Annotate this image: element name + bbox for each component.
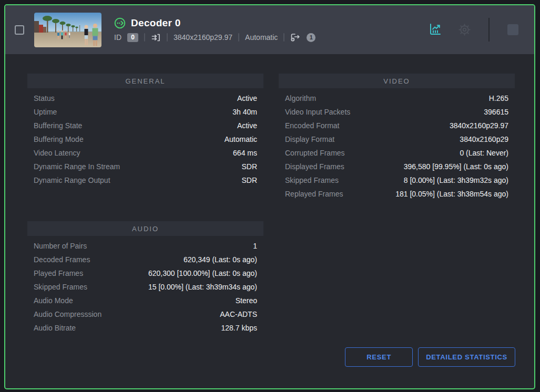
stat-row: Dynamic Range Output SDR xyxy=(27,173,263,187)
stat-row: Skipped Frames 15 [0.00%] (Last: 3h39m34… xyxy=(27,280,263,294)
video-rows: Algorithm H.265 Video Input Packets 3966… xyxy=(279,88,515,201)
stat-value: 128.7 kbps xyxy=(221,324,258,332)
meta-divider xyxy=(238,33,239,42)
stat-label: Display Format xyxy=(285,135,334,143)
general-panel-title: GENERAL xyxy=(27,74,263,88)
stat-label: Algorithm xyxy=(285,94,316,102)
stat-value: 0 (Last: Never) xyxy=(460,149,508,157)
stat-value: 3840x2160p29.97 xyxy=(450,121,508,130)
general-panel: GENERAL Status Active Uptime 3h 40m xyxy=(27,74,263,187)
stat-row: Played Frames 620,300 [100.00%] (Last: 0… xyxy=(27,266,263,280)
decoder-statistics-body: GENERAL Status Active Uptime 3h 40m xyxy=(5,54,534,388)
settings-button[interactable] xyxy=(457,23,472,37)
stat-row: Decoded Frames 620,349 (Last: 0s ago) xyxy=(27,253,263,266)
stat-label: Video Input Packets xyxy=(285,108,350,116)
stat-value: SDR xyxy=(241,176,257,184)
stream-format: 3840x2160p29.97 xyxy=(174,33,232,42)
beach-promenade-preview xyxy=(34,13,101,47)
id-label: ID xyxy=(114,33,121,42)
gear-icon xyxy=(457,23,472,37)
stat-value: 1 xyxy=(253,242,257,250)
stat-label: Encoded Format xyxy=(285,121,340,130)
video-panel: VIDEO Algorithm H.265 Video Input Packet… xyxy=(279,74,515,201)
stat-label: Skipped Frames xyxy=(285,176,339,184)
stat-row: Dynamic Range In Stream SDR xyxy=(27,160,263,173)
stat-label: Replayed Frames xyxy=(285,190,343,198)
stream-input-icon xyxy=(151,33,161,43)
video-preview-thumbnail xyxy=(34,13,101,47)
footer-buttons: RESET DETAILED STATISTICS xyxy=(345,347,515,367)
stat-row: Displayed Frames 396,580 [99.95%] (Last:… xyxy=(279,160,515,173)
stat-label: Corrupted Frames xyxy=(285,149,345,157)
stat-label: Buffering Mode xyxy=(34,135,84,143)
decoder-meta-row: ID 0 3840x2160p29.97 Automatic xyxy=(114,33,315,43)
stat-row: Algorithm H.265 xyxy=(279,91,515,105)
stat-value: Stereo xyxy=(236,296,257,305)
stat-value: Active xyxy=(237,94,257,102)
stat-value: 396,580 [99.95%] (Last: 0s ago) xyxy=(404,162,508,171)
stat-value: Automatic xyxy=(225,135,257,143)
stat-value: 396615 xyxy=(484,108,508,116)
stat-value: 3840x2160p29 xyxy=(460,135,508,143)
meta-divider xyxy=(167,33,168,42)
stat-value: 181 [0.05%] (Last: 3h38m54s ago) xyxy=(395,190,508,198)
stat-row: Skipped Frames 8 [0.00%] (Last: 3h39m32s… xyxy=(279,173,515,187)
actions-divider xyxy=(488,18,490,42)
stat-value: H.265 xyxy=(489,94,508,102)
stat-row: Video Input Packets 396615 xyxy=(279,105,515,119)
stat-label: Uptime xyxy=(34,108,57,116)
stat-value: 8 [0.00%] (Last: 3h39m32s ago) xyxy=(404,176,508,184)
stat-row: Corrupted Frames 0 (Last: Never) xyxy=(279,146,515,160)
stat-value: 3h 40m xyxy=(232,108,257,116)
left-column: GENERAL Status Active Uptime 3h 40m xyxy=(27,74,263,335)
decoder-header: Decoder 0 ID 0 3840x2160p29.97 Automatic xyxy=(5,5,534,54)
stat-label: Played Frames xyxy=(34,269,83,277)
stat-value: 620,349 (Last: 0s ago) xyxy=(184,255,257,264)
audio-rows: Number of Pairs 1 Decoded Frames 620,349… xyxy=(27,236,263,335)
video-panel-title: VIDEO xyxy=(279,74,515,88)
stat-label: Audio Compresssion xyxy=(34,310,101,318)
stat-value: 664 ms xyxy=(233,149,257,157)
stat-value: Active xyxy=(237,121,257,130)
id-badge: 0 xyxy=(127,33,138,42)
stat-row: Video Latency 664 ms xyxy=(27,146,263,160)
stat-row: Encoded Format 3840x2160p29.97 xyxy=(279,119,515,132)
decoder-active-status-icon xyxy=(114,17,126,29)
stat-value: SDR xyxy=(241,162,257,171)
stop-button[interactable] xyxy=(507,24,518,35)
header-actions xyxy=(428,18,518,42)
statistics-button[interactable] xyxy=(428,23,442,37)
stat-row: Uptime 3h 40m xyxy=(27,105,263,119)
stat-row: Status Active xyxy=(27,91,263,105)
detailed-statistics-button[interactable]: DETAILED STATISTICS xyxy=(418,347,515,367)
stat-label: Number of Pairs xyxy=(34,242,87,250)
stat-label: Audio Mode xyxy=(34,296,73,305)
audio-panel-title: AUDIO xyxy=(27,221,263,236)
stat-row: Audio Bitrate 128.7 kbps xyxy=(27,321,263,335)
stat-row: Buffering Mode Automatic xyxy=(27,132,263,146)
right-column: VIDEO Algorithm H.265 Video Input Packet… xyxy=(279,74,515,335)
stat-row: Replayed Frames 181 [0.05%] (Last: 3h38m… xyxy=(279,187,515,201)
stat-value: 15 [0.00%] (Last: 3h39m34s ago) xyxy=(148,283,257,291)
select-decoder-checkbox[interactable] xyxy=(15,25,24,35)
decoder-title-block: Decoder 0 ID 0 3840x2160p29.97 Automatic xyxy=(114,17,315,43)
stat-label: Skipped Frames xyxy=(34,283,87,291)
stat-label: Status xyxy=(34,94,55,102)
stat-value: AAC-ADTS xyxy=(220,310,257,318)
decoder-card: Decoder 0 ID 0 3840x2160p29.97 Automatic xyxy=(4,4,535,389)
stat-label: Displayed Frames xyxy=(285,162,344,171)
reset-button[interactable]: RESET xyxy=(345,347,413,367)
stat-label: Dynamic Range Output xyxy=(34,176,110,184)
statistics-chart-icon xyxy=(428,23,442,37)
general-rows: Status Active Uptime 3h 40m Buffering St… xyxy=(27,88,263,187)
stat-row: Audio Mode Stereo xyxy=(27,294,263,307)
stat-row: Audio Compresssion AAC-ADTS xyxy=(27,307,263,321)
stat-label: Dynamic Range In Stream xyxy=(34,162,120,171)
stat-label: Video Latency xyxy=(34,149,80,157)
meta-divider xyxy=(283,33,284,42)
stat-row: Display Format 3840x2160p29 xyxy=(279,132,515,146)
output-icon xyxy=(290,33,301,42)
stat-value: 620,300 [100.00%] (Last: 0s ago) xyxy=(148,269,257,277)
stat-label: Buffering State xyxy=(34,121,82,130)
buffering-mode: Automatic xyxy=(245,33,278,42)
